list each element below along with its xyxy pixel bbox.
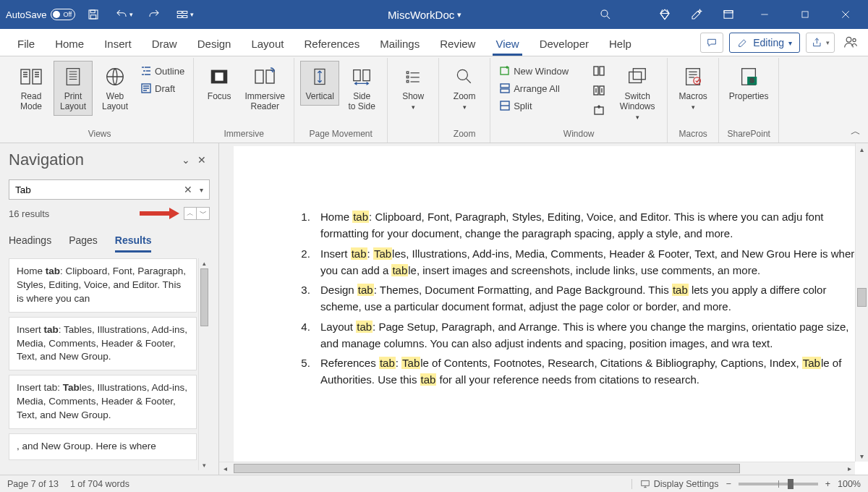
tab-layout[interactable]: Layout	[241, 32, 294, 56]
outline-button[interactable]: Outline	[137, 64, 187, 78]
display-settings-button[interactable]: Display Settings	[631, 479, 719, 489]
svg-rect-27	[407, 80, 409, 82]
read-mode-button[interactable]: Read Mode	[12, 61, 51, 116]
redo-icon[interactable]	[142, 4, 166, 25]
diamond-icon[interactable]	[652, 4, 677, 25]
focus-button[interactable]: Focus	[200, 61, 239, 106]
show-dropdown[interactable]: Show▾	[393, 61, 433, 114]
tab-developer[interactable]: Developer	[529, 32, 599, 56]
zoom-level[interactable]: 100%	[838, 479, 861, 489]
scroll-thumb[interactable]	[857, 288, 867, 307]
editing-mode-button[interactable]: Editing▾	[729, 33, 800, 53]
tab-references[interactable]: References	[294, 32, 370, 56]
search-result-item[interactable]: , and New Group. Here is where	[9, 433, 197, 460]
zoom-out-button[interactable]: −	[726, 479, 731, 489]
search-icon[interactable]	[593, 4, 618, 25]
minimize-button[interactable]	[748, 4, 781, 25]
draft-button[interactable]: Draft	[137, 81, 187, 96]
account-icon[interactable]	[841, 35, 861, 51]
nav-search-box[interactable]: ✕ ▾	[9, 179, 210, 200]
zoom-button[interactable]: Zoom▾	[445, 61, 484, 114]
tab-view[interactable]: View	[485, 32, 529, 56]
document-title[interactable]: MiscWorkDoc▾	[388, 9, 461, 21]
autosave-toggle[interactable]: AutoSave Off	[6, 9, 75, 20]
save-icon[interactable]	[81, 4, 106, 25]
navigation-pane: Navigation ⌄ ✕ ✕ ▾ 16 results ︿ ﹀ Headin…	[0, 143, 219, 475]
maximize-button[interactable]	[788, 4, 822, 25]
scroll-up-icon[interactable]: ▴	[856, 143, 868, 155]
next-result-button[interactable]: ﹀	[197, 207, 210, 220]
svg-rect-31	[501, 89, 509, 93]
tab-file[interactable]: File	[7, 32, 45, 56]
undo-icon[interactable]: ▾	[111, 4, 136, 25]
side-to-side-button[interactable]: Side to Side	[342, 61, 381, 116]
ribbon-group-immersive: Focus Immersive Reader Immersive	[194, 58, 294, 143]
scroll-down-icon[interactable]: ▾	[856, 450, 868, 462]
sync-scroll-icon[interactable]	[593, 85, 610, 98]
nav-search-input[interactable]	[15, 184, 179, 195]
scroll-down-icon[interactable]: ▾	[199, 460, 210, 470]
horizontal-scrollbar[interactable]: ◂ ▸	[219, 462, 855, 475]
nav-title: Navigation	[9, 150, 178, 169]
tab-design[interactable]: Design	[187, 32, 242, 56]
reset-window-icon[interactable]	[593, 104, 610, 118]
tab-mailings[interactable]: Mailings	[370, 32, 430, 56]
collapse-ribbon-icon[interactable]: ︿	[851, 125, 861, 138]
arrange-all-button[interactable]: Arrange All	[496, 81, 590, 96]
document-page[interactable]: Home tab: Clipboard, Font, Paragraph, St…	[234, 146, 868, 475]
tab-help[interactable]: Help	[599, 32, 642, 56]
scroll-up-icon[interactable]: ▴	[199, 258, 210, 268]
pencil-sparkle-icon[interactable]	[684, 4, 709, 25]
prev-result-button[interactable]: ︿	[184, 207, 197, 220]
results-count: 16 results	[9, 208, 140, 219]
nav-tab-results[interactable]: Results	[115, 230, 152, 253]
nav-tab-headings[interactable]: Headings	[9, 230, 51, 253]
svg-rect-40	[686, 69, 700, 85]
scroll-left-icon[interactable]: ◂	[219, 462, 231, 475]
tab-insert[interactable]: Insert	[94, 32, 142, 56]
switch-windows-button[interactable]: Switch Windows▾	[613, 61, 661, 124]
clear-search-icon[interactable]: ✕	[179, 184, 197, 195]
svg-rect-38	[629, 72, 642, 82]
new-window-button[interactable]: New Window	[496, 64, 590, 78]
macros-button[interactable]: Macros▾	[673, 61, 712, 114]
ribbon-group-zoom: Zoom▾ Zoom	[439, 58, 490, 143]
share-button[interactable]: ▾	[806, 33, 835, 53]
zoom-slider[interactable]	[739, 483, 818, 485]
tab-draw[interactable]: Draw	[142, 32, 187, 56]
svg-rect-30	[501, 84, 509, 88]
comments-button[interactable]	[700, 33, 723, 53]
scroll-right-icon[interactable]: ▸	[843, 462, 855, 475]
search-options-icon[interactable]: ▾	[197, 186, 206, 194]
view-side-icon[interactable]	[593, 65, 610, 79]
nav-tab-pages[interactable]: Pages	[69, 230, 98, 253]
print-layout-button[interactable]: Print Layout	[54, 61, 93, 116]
nav-scrollbar[interactable]: ▴ ▾	[198, 258, 210, 470]
properties-button[interactable]: SProperties	[725, 61, 773, 106]
tab-review[interactable]: Review	[430, 32, 485, 56]
close-icon[interactable]: ✕	[194, 154, 210, 166]
search-result-item[interactable]: Home tab: Clipboard, Font, Paragraph, St…	[9, 258, 197, 313]
tab-home[interactable]: Home	[45, 32, 94, 56]
menu-bar: FileHomeInsertDrawDesignLayoutReferences…	[0, 29, 868, 56]
page-status[interactable]: Page 7 of 13	[7, 479, 59, 489]
vertical-scrollbar[interactable]: ▴ ▾	[855, 143, 868, 462]
ribbon-group-macros: Macros▾ Macros	[668, 58, 719, 143]
scroll-thumb[interactable]	[234, 464, 740, 473]
scroll-thumb[interactable]	[200, 268, 208, 326]
search-result-item[interactable]: Insert tab: Tables, Illustrations, Add-i…	[9, 317, 197, 371]
web-layout-button[interactable]: Web Layout	[95, 61, 135, 116]
svg-text:S: S	[750, 77, 754, 84]
immersive-reader-button[interactable]: Immersive Reader	[242, 61, 288, 116]
customize-qat-icon[interactable]: ▾	[172, 4, 197, 25]
close-button[interactable]	[829, 4, 862, 25]
zoom-in-button[interactable]: +	[825, 479, 830, 489]
ribbon-mode-icon[interactable]	[716, 4, 741, 25]
split-button[interactable]: Split	[496, 98, 590, 113]
word-count[interactable]: 1 of 704 words	[70, 479, 129, 489]
vertical-button[interactable]: Vertical	[300, 61, 339, 106]
svg-rect-45	[642, 480, 650, 485]
chevron-down-icon[interactable]: ⌄	[178, 154, 194, 166]
svg-rect-23	[354, 70, 360, 81]
search-result-item[interactable]: Insert tab: Tables, Illustrations, Add-i…	[9, 375, 197, 429]
